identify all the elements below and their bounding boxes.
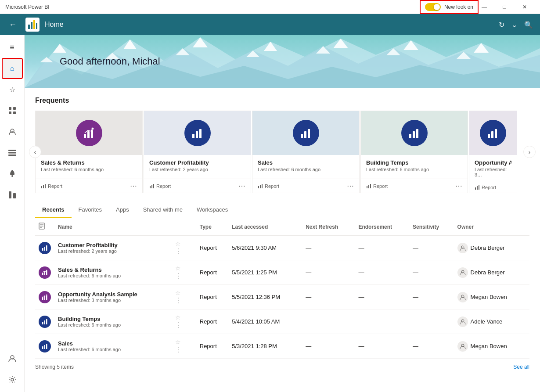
card-type: Report — [258, 183, 279, 189]
svg-rect-57 — [413, 131, 415, 138]
tab-favorites[interactable]: Favorites — [72, 202, 109, 218]
svg-rect-63 — [491, 131, 493, 138]
row-type-cell: Report — [196, 260, 228, 285]
tab-apps[interactable]: Apps — [109, 202, 136, 218]
row-owner-cell: Debra Berger — [454, 236, 529, 260]
title-bar-controls: — □ ✕ — [474, 0, 535, 14]
svg-rect-72 — [42, 248, 43, 251]
sidebar-item-home[interactable]: ⌂ — [2, 58, 23, 79]
card-meta: Last refreshed: 6 months ago — [366, 167, 462, 172]
row-meta: Last refreshed: 3 months ago — [58, 298, 166, 303]
card-body: Sales & Returns Last refreshed: 6 months… — [36, 155, 142, 179]
card-more-button[interactable]: ⋯ — [455, 182, 462, 190]
card-customer-profitability[interactable]: Customer Profitability Last refreshed: 2… — [144, 111, 251, 193]
new-look-toggle[interactable] — [425, 3, 441, 11]
row-actions-cell: ☆ ⋮ — [170, 260, 196, 285]
card-body: Opportunity A… Last refreshed: 3… — [469, 155, 517, 182]
col-endorsement-header: Endorsement — [355, 218, 409, 236]
card-building-temps[interactable]: Building Temps Last refreshed: 6 months … — [360, 111, 468, 193]
svg-rect-81 — [42, 297, 43, 300]
close-button[interactable]: ✕ — [515, 0, 535, 14]
card-opportunity[interactable]: Opportunity A… Last refreshed: 3… Report — [469, 111, 517, 193]
hero-greeting: Good afternoon, Michal — [60, 56, 160, 67]
col-next-refresh-header: Next Refresh — [302, 218, 355, 236]
maximize-button[interactable]: □ — [494, 0, 515, 14]
card-footer: Report ⋯ — [361, 179, 468, 193]
row-name[interactable]: Building Temps — [58, 316, 166, 322]
title-bar-left: Microsoft Power BI — [5, 4, 50, 10]
svg-rect-60 — [368, 185, 369, 188]
row-more-button[interactable]: ⋮ — [173, 271, 184, 281]
row-more-button[interactable]: ⋮ — [173, 247, 184, 256]
search-icon[interactable]: 🔍 — [522, 19, 535, 31]
tab-recents[interactable]: Recents — [35, 202, 72, 218]
svg-rect-76 — [42, 273, 43, 275]
sidebar-item-account[interactable] — [2, 348, 23, 369]
table-row: Building Temps Last refreshed: 6 months … — [35, 309, 529, 334]
owner-avatar — [457, 267, 468, 278]
card-more-button[interactable]: ⋯ — [347, 182, 354, 190]
svg-rect-49 — [153, 184, 154, 188]
row-more-button[interactable]: ⋮ — [173, 296, 184, 305]
sidebar-item-favorites[interactable]: ☆ — [2, 79, 23, 100]
svg-rect-91 — [44, 345, 46, 349]
card-sales-returns[interactable]: Sales & Returns Last refreshed: 6 months… — [35, 111, 143, 193]
svg-rect-90 — [42, 346, 43, 349]
svg-rect-51 — [304, 131, 306, 138]
card-thumb — [361, 111, 468, 155]
card-body: Building Temps Last refreshed: 6 months … — [361, 155, 468, 179]
svg-rect-86 — [42, 322, 43, 324]
svg-rect-45 — [196, 131, 198, 138]
cards-nav-left[interactable]: ‹ — [29, 146, 41, 158]
table-header-row: Name Type Last accessed Next Refresh End… — [35, 218, 529, 236]
owner-avatar — [457, 316, 468, 327]
sidebar-item-notifications[interactable] — [2, 163, 23, 184]
svg-rect-42 — [43, 185, 44, 188]
row-more-button[interactable]: ⋮ — [173, 345, 184, 354]
row-accessed-cell: 5/5/2021 12:36 PM — [228, 285, 302, 309]
tab-workspaces[interactable]: Workspaces — [190, 202, 235, 218]
row-name-cell: Customer Profitability Last refreshed: 2… — [54, 236, 170, 260]
sidebar-item-shared[interactable] — [2, 121, 23, 142]
back-button[interactable]: ← — [5, 18, 20, 31]
see-all-link[interactable]: See all — [513, 364, 529, 370]
card-more-button[interactable]: ⋯ — [238, 182, 245, 190]
svg-rect-62 — [488, 134, 490, 138]
card-icon — [480, 120, 506, 146]
row-accessed-cell: 5/3/2021 1:28 PM — [228, 334, 302, 359]
tab-shared[interactable]: Shared with me — [136, 202, 190, 218]
svg-rect-56 — [409, 134, 411, 138]
card-type: Report — [41, 183, 62, 189]
sidebar-item-settings[interactable] — [2, 369, 23, 390]
sidebar-item-apps[interactable] — [2, 100, 23, 121]
svg-rect-43 — [45, 184, 46, 188]
sidebar-item-hamburger[interactable]: ≡ — [2, 37, 23, 58]
sidebar-item-workspaces[interactable] — [2, 142, 23, 163]
card-more-button[interactable]: ⋯ — [130, 182, 137, 190]
row-more-button[interactable]: ⋮ — [173, 320, 184, 330]
table-section: Name Type Last accessed Next Refresh End… — [25, 218, 540, 359]
row-name[interactable]: Opportunity Analysis Sample — [58, 291, 166, 298]
row-name[interactable]: Sales — [58, 340, 166, 347]
card-name: Building Temps — [366, 159, 462, 166]
svg-rect-6 — [13, 107, 16, 110]
row-name[interactable]: Customer Profitability — [58, 242, 166, 248]
chevron-down-icon[interactable]: ⌄ — [510, 19, 519, 31]
card-footer: Report ⋯ — [144, 179, 251, 193]
card-icon — [293, 120, 319, 146]
row-sensitivity-cell: — — [409, 285, 454, 309]
svg-rect-37 — [84, 134, 86, 138]
card-footer: Report ⋯ — [252, 179, 359, 193]
svg-rect-54 — [260, 185, 261, 188]
table-footer: Showing 5 items See all — [25, 359, 540, 375]
sidebar-item-datasets[interactable] — [2, 184, 23, 205]
refresh-icon[interactable]: ↻ — [497, 19, 506, 31]
frequents-title: Frequents — [35, 97, 529, 104]
card-footer: Report ⋯ — [36, 179, 142, 193]
cards-nav-right[interactable]: › — [523, 146, 536, 158]
row-icon — [39, 242, 51, 254]
col-icon — [35, 218, 54, 236]
row-sensitivity-cell: — — [409, 260, 454, 285]
card-sales[interactable]: Sales Last refreshed: 6 months ago Repor… — [252, 111, 360, 193]
row-name[interactable]: Sales & Returns — [58, 266, 166, 273]
